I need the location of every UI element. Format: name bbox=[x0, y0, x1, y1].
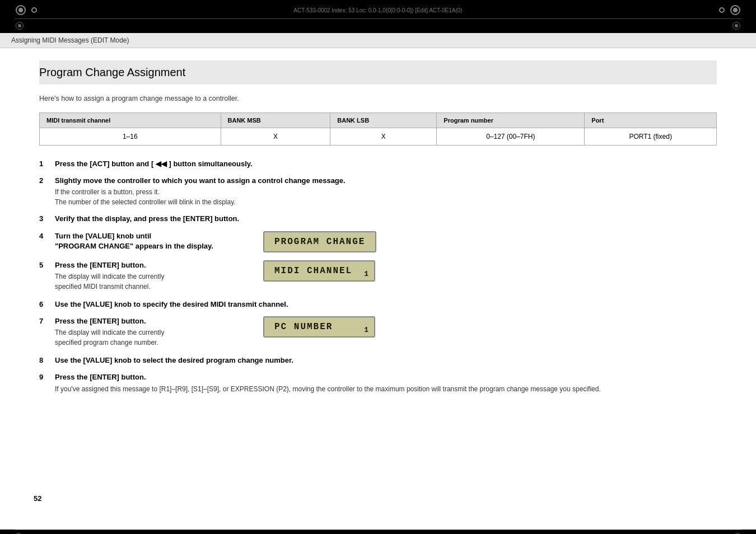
step-1: 1 Press the [ACT] button and [ ◀◀ ] butt… bbox=[39, 159, 717, 169]
main-content-area: Program Change Assignment Here's how to … bbox=[0, 48, 756, 530]
page-number: 52 bbox=[34, 494, 41, 503]
header-strip: Assigning MIDI Messages (EDIT Mode) bbox=[0, 33, 756, 48]
table-header-port: Port bbox=[585, 113, 717, 128]
step-7: 7 Press the [ENTER] button. The display … bbox=[39, 316, 717, 348]
midi-table: MIDI transmit channel BANK MSB BANK LSB … bbox=[39, 113, 717, 146]
intro-text: Here's how to assign a program change me… bbox=[39, 95, 717, 102]
step-2-sub: If the controller is a button, press it.… bbox=[55, 187, 717, 207]
lcd-display-pc-number: PC NUMBER 1 bbox=[263, 316, 375, 338]
table-header-lsb: BANK LSB bbox=[330, 113, 437, 128]
corner-dot-tl bbox=[31, 7, 37, 13]
step-5-number: 5 bbox=[39, 260, 55, 269]
lcd-text-midi-channel: MIDI CHANNEL bbox=[274, 266, 352, 276]
lcd-number-pc: 1 bbox=[364, 326, 370, 334]
step-6-main: Use the [VALUE] knob to specify the desi… bbox=[55, 299, 717, 310]
step-5-sub: The display will indicate the currentlys… bbox=[55, 271, 252, 292]
step-7-display-area: PC NUMBER 1 bbox=[252, 316, 717, 338]
table-cell-ch: 1–16 bbox=[40, 128, 221, 146]
step-4-main: Turn the [VALUE] knob until"PROGRAM CHAN… bbox=[55, 231, 252, 251]
top-bar: ACT-533-0002 Index: 53 Loc: 0,0-1,0(0[0:… bbox=[0, 0, 756, 33]
table-cell-prog: 0–127 (00–7FH) bbox=[437, 128, 585, 146]
step-5-display-area: MIDI CHANNEL 1 bbox=[252, 260, 717, 282]
step-7-main: Press the [ENTER] button. bbox=[55, 316, 252, 326]
step-3-number: 3 bbox=[39, 214, 55, 223]
step-5: 5 Press the [ENTER] button. The display … bbox=[39, 260, 717, 292]
step-6: 6 Use the [VALUE] knob to specify the de… bbox=[39, 299, 717, 310]
lcd-number-midi-channel: 1 bbox=[364, 270, 370, 278]
step-7-number: 7 bbox=[39, 316, 55, 325]
table-header-ch: MIDI transmit channel bbox=[40, 113, 221, 128]
step-2-main: Slightly move the controller to which yo… bbox=[55, 176, 717, 186]
corner-dot-tr bbox=[719, 7, 725, 13]
step-5-main: Press the [ENTER] button. bbox=[55, 260, 252, 270]
step-1-main: Press the [ACT] button and [ ◀◀ ] button… bbox=[55, 159, 717, 169]
table-cell-lsb: X bbox=[330, 128, 437, 146]
doc-strip-text: ACT-533-0002 Index: 53 Loc: 0,0-1,0(0[0:… bbox=[293, 7, 462, 13]
step-8: 8 Use the [VALUE] knob to select the des… bbox=[39, 355, 717, 366]
step-9: 9 Press the [ENTER] button. If you've as… bbox=[39, 372, 717, 394]
step-2-number: 2 bbox=[39, 176, 55, 185]
table-header-msb: BANK MSB bbox=[221, 113, 330, 128]
inner-corner-tr bbox=[732, 22, 740, 30]
lcd-display-midi-channel: MIDI CHANNEL 1 bbox=[263, 260, 375, 282]
header-label: Assigning MIDI Messages (EDIT Mode) bbox=[11, 36, 129, 44]
table-cell-msb: X bbox=[221, 128, 330, 146]
table-header-prog: Program number bbox=[437, 113, 585, 128]
step-8-number: 8 bbox=[39, 355, 55, 364]
steps-container: 1 Press the [ACT] button and [ ◀◀ ] butt… bbox=[39, 159, 717, 401]
step-9-main: Press the [ENTER] button. bbox=[55, 372, 717, 382]
inner-corner-tl bbox=[16, 22, 24, 30]
corner-decoration-tr bbox=[730, 5, 740, 15]
step-4-number: 4 bbox=[39, 231, 55, 240]
table-cell-port: PORT1 (fixed) bbox=[585, 128, 717, 146]
step-2: 2 Slightly move the controller to which … bbox=[39, 176, 717, 207]
step-1-number: 1 bbox=[39, 159, 55, 168]
page-title: Program Change Assignment bbox=[39, 66, 717, 79]
step-9-number: 9 bbox=[39, 372, 55, 381]
step-3: 3 Verify that the display, and press the… bbox=[39, 214, 717, 224]
lcd-display-program-change: PROGRAM CHANGE bbox=[263, 231, 376, 252]
step-7-sub: The display will indicate the currentlys… bbox=[55, 327, 252, 348]
step-4-display-area: PROGRAM CHANGE bbox=[252, 231, 717, 252]
step-6-number: 6 bbox=[39, 299, 55, 308]
lcd-text-program-change: PROGRAM CHANGE bbox=[274, 237, 365, 247]
lcd-text-pc-number: PC NUMBER bbox=[274, 322, 333, 332]
table-row: 1–16 X X 0–127 (00–7FH) PORT1 (fixed) bbox=[40, 128, 717, 146]
corner-decoration-tl bbox=[16, 5, 26, 15]
step-3-main: Verify that the display, and press the [… bbox=[55, 214, 717, 224]
step-4: 4 Turn the [VALUE] knob until"PROGRAM CH… bbox=[39, 231, 717, 252]
bottom-bar bbox=[0, 530, 756, 534]
step-8-main: Use the [VALUE] knob to select the desir… bbox=[55, 355, 717, 366]
step-9-sub: If you've assigned this message to [R1]–… bbox=[55, 384, 717, 394]
